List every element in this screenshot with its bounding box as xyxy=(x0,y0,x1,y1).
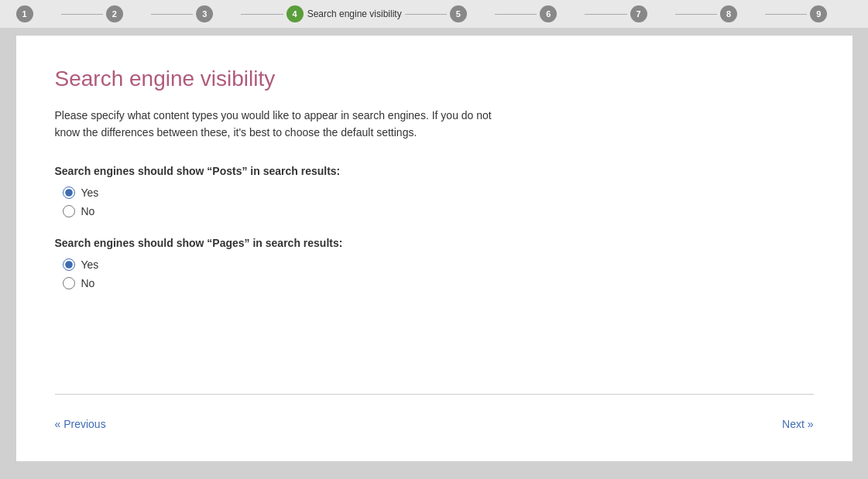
pages-no-label: No xyxy=(81,277,95,289)
posts-no-option[interactable]: No xyxy=(63,205,814,217)
step-line-8 xyxy=(765,14,807,15)
step-line-3 xyxy=(241,14,283,15)
step-line-6 xyxy=(585,14,626,15)
step-item-9: 9 xyxy=(810,5,852,22)
page-title: Search engine visibility xyxy=(55,67,814,91)
step-line-2 xyxy=(151,14,193,15)
step-item-1: 1 xyxy=(16,5,58,22)
pages-yes-option[interactable]: Yes xyxy=(63,258,814,271)
step-label-4: Search engine visibility xyxy=(307,9,402,19)
posts-yes-option[interactable]: Yes xyxy=(63,186,814,199)
step-line-1 xyxy=(61,14,103,15)
pages-section: Search engines should show “Pages” in se… xyxy=(55,237,814,289)
posts-radio-group: Yes No xyxy=(63,186,814,217)
pages-radio-group: Yes No xyxy=(63,258,814,289)
posts-label: Search engines should show “Posts” in se… xyxy=(55,165,814,177)
pages-no-option[interactable]: No xyxy=(63,277,814,289)
step-circle-8: 8 xyxy=(720,5,737,22)
step-circle-7: 7 xyxy=(630,5,647,22)
page-description: Please specify what content types you wo… xyxy=(55,107,504,142)
posts-yes-label: Yes xyxy=(81,186,99,199)
posts-section: Search engines should show “Posts” in se… xyxy=(55,165,814,217)
progress-bar: 1 2 3 4 Search engine visibility 5 6 xyxy=(0,0,868,28)
posts-no-radio[interactable] xyxy=(63,205,75,217)
step-item-8: 8 xyxy=(720,5,762,22)
posts-yes-radio[interactable] xyxy=(63,186,75,199)
step-circle-4: 4 xyxy=(286,5,304,22)
previous-button[interactable]: « Previous xyxy=(55,418,106,430)
nav-buttons: « Previous Next » xyxy=(55,418,814,430)
step-circle-5: 5 xyxy=(450,5,467,22)
step-item-4: 4 Search engine visibility xyxy=(286,5,402,22)
step-circle-2: 2 xyxy=(106,5,123,22)
step-line-7 xyxy=(675,14,717,15)
step-item-3: 3 xyxy=(196,5,238,22)
step-item-7: 7 xyxy=(630,5,672,22)
pages-label: Search engines should show “Pages” in se… xyxy=(55,237,814,249)
next-button[interactable]: Next » xyxy=(782,418,813,430)
step-item-5: 5 xyxy=(450,5,492,22)
pages-no-radio[interactable] xyxy=(63,277,75,289)
posts-no-label: No xyxy=(81,205,95,217)
pages-yes-label: Yes xyxy=(81,258,99,271)
main-card: Search engine visibility Please specify … xyxy=(16,36,853,461)
step-circle-9: 9 xyxy=(810,5,827,22)
step-item-6: 6 xyxy=(540,5,582,22)
step-line-5 xyxy=(495,14,537,15)
divider xyxy=(55,394,814,395)
step-circle-1: 1 xyxy=(16,5,33,22)
progress-steps: 1 2 3 4 Search engine visibility 5 6 xyxy=(16,5,853,22)
step-circle-3: 3 xyxy=(196,5,213,22)
step-item-2: 2 xyxy=(106,5,148,22)
step-line-4 xyxy=(405,14,447,15)
pages-yes-radio[interactable] xyxy=(63,258,75,271)
step-circle-6: 6 xyxy=(540,5,557,22)
